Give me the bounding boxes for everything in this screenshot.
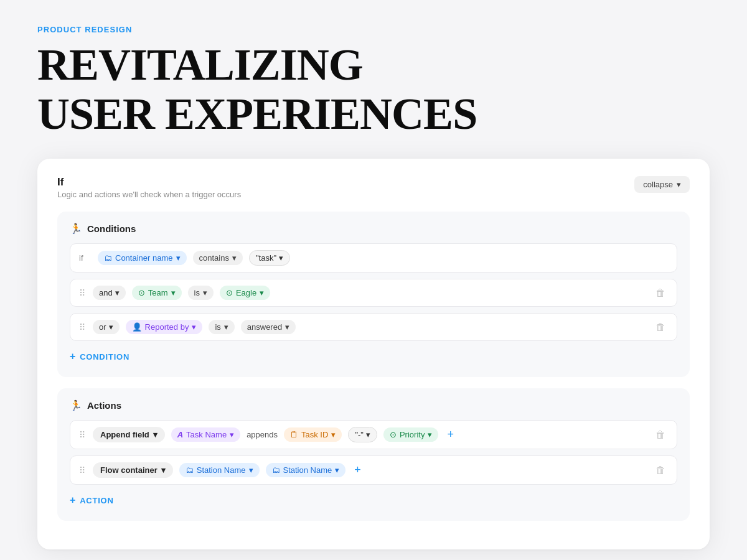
- delete-condition-2[interactable]: 🗑: [653, 286, 668, 300]
- or-dropdown[interactable]: or ▾: [93, 320, 120, 334]
- container-name-chevron: ▾: [176, 253, 181, 263]
- drag-handle-action-2[interactable]: ⠿: [79, 465, 85, 475]
- is-chip-3[interactable]: is ▾: [209, 320, 234, 334]
- answered-chevron: ▾: [285, 322, 289, 332]
- reported-by-chip[interactable]: 👤 Reported by ▾: [126, 320, 203, 334]
- flow-container-chevron: ▾: [161, 465, 166, 475]
- actions-section: 🏃 Actions ⠿ Append field ▾ A Task Name ▾…: [57, 388, 690, 521]
- station-name-2-label: Station Name: [283, 465, 332, 475]
- delete-action-1[interactable]: 🗑: [653, 428, 668, 442]
- team-chevron: ▾: [171, 288, 176, 297]
- delete-condition-3[interactable]: 🗑: [653, 320, 668, 334]
- team-label: Team: [148, 288, 168, 297]
- task-name-chip[interactable]: A Task Name ▾: [171, 427, 240, 442]
- answered-chip[interactable]: answered ▾: [241, 320, 296, 334]
- or-label: or: [99, 322, 106, 332]
- condition-row-2: ⠿ and ▾ ⊙ Team ▾ is ▾ ⊙ Eagle ▾: [70, 279, 677, 307]
- priority-icon: ⊙: [390, 430, 397, 439]
- hero-title: REVITALIZING USER EXPERIENCES: [37, 40, 710, 139]
- station-name-2-chevron: ▾: [335, 465, 339, 475]
- drag-handle-action-1[interactable]: ⠿: [79, 430, 85, 440]
- add-field-plus-icon: +: [447, 428, 454, 441]
- add-field-button[interactable]: +: [447, 428, 454, 441]
- card-subtitle: Logic and actions we'll check when a tri…: [57, 190, 241, 199]
- eagle-label: Eagle: [236, 288, 256, 297]
- dash-chip[interactable]: "-" ▾: [348, 427, 377, 442]
- conditions-title: 🏃 Conditions: [70, 223, 677, 235]
- condition-row-3: ⠿ or ▾ 👤 Reported by ▾ is ▾ answered ▾: [70, 313, 677, 341]
- condition-row-1: if 🗂 Container name ▾ contains ▾ "task" …: [70, 243, 677, 273]
- contains-chevron: ▾: [232, 253, 237, 263]
- actions-icon: 🏃: [70, 399, 82, 411]
- task-id-chip[interactable]: 🗒 Task ID ▾: [284, 427, 342, 442]
- team-chip[interactable]: ⊙ Team ▾: [132, 286, 182, 300]
- task-value-chip[interactable]: "task" ▾: [249, 250, 290, 266]
- station-name-1-chip[interactable]: 🗂 Station Name ▾: [179, 463, 260, 477]
- and-dropdown[interactable]: and ▾: [93, 286, 126, 300]
- collapse-chevron-icon: ▾: [677, 180, 681, 189]
- add-action-row: + ACTION: [70, 491, 677, 510]
- eagle-icon: ⊙: [226, 288, 233, 297]
- card-header-left: If Logic and actions we'll check when a …: [57, 176, 241, 199]
- flow-container-chip[interactable]: Flow container ▾: [93, 462, 173, 478]
- station-name-2-icon: 🗂: [272, 465, 280, 475]
- collapse-button[interactable]: collapse ▾: [634, 176, 690, 193]
- add-condition-plus-icon: +: [70, 351, 76, 362]
- drag-handle-2[interactable]: ⠿: [79, 288, 85, 298]
- append-field-chevron: ▾: [153, 430, 157, 439]
- add-action-label: ACTION: [80, 496, 114, 505]
- is-chip-2[interactable]: is ▾: [188, 286, 214, 300]
- main-card: If Logic and actions we'll check when a …: [37, 159, 710, 549]
- add-condition-row: + CONDITION: [70, 347, 677, 366]
- and-label: and: [99, 288, 113, 297]
- conditions-icon: 🏃: [70, 223, 82, 235]
- priority-chip[interactable]: ⊙ Priority ▾: [383, 427, 438, 442]
- add-station-plus-icon: +: [354, 464, 361, 477]
- reported-by-icon: 👤: [132, 322, 142, 332]
- and-chevron: ▾: [115, 288, 120, 297]
- product-label: PRODUCT REDESIGN: [37, 25, 710, 34]
- station-name-1-label: Station Name: [197, 465, 246, 475]
- reported-by-chevron: ▾: [192, 322, 196, 332]
- task-name-label: Task Name: [186, 430, 227, 439]
- priority-chevron: ▾: [428, 430, 432, 439]
- container-name-label: Container name: [115, 253, 173, 263]
- reported-by-label: Reported by: [145, 322, 189, 332]
- action-row-1: ⠿ Append field ▾ A Task Name ▾ appends 🗒…: [70, 420, 677, 449]
- appends-text: appends: [247, 430, 278, 439]
- drag-handle-3[interactable]: ⠿: [79, 322, 85, 332]
- priority-label: Priority: [400, 430, 425, 439]
- actions-title: 🏃 Actions: [70, 399, 677, 411]
- contains-chip[interactable]: contains ▾: [193, 251, 243, 265]
- answered-label: answered: [247, 322, 282, 332]
- or-chevron: ▾: [109, 322, 113, 332]
- collapse-label: collapse: [643, 180, 673, 189]
- station-name-2-chip[interactable]: 🗂 Station Name ▾: [266, 463, 346, 477]
- add-action-button[interactable]: + ACTION: [70, 495, 114, 506]
- add-condition-button[interactable]: + CONDITION: [70, 351, 129, 362]
- container-name-chip[interactable]: 🗂 Container name ▾: [98, 251, 187, 265]
- dash-chevron: ▾: [366, 430, 370, 439]
- if-label: If: [57, 176, 241, 189]
- delete-action-2[interactable]: 🗑: [653, 464, 668, 477]
- flow-container-label: Flow container: [100, 465, 157, 475]
- task-name-icon: A: [177, 430, 183, 439]
- append-field-chip[interactable]: Append field ▾: [93, 427, 165, 442]
- if-prefix: if: [79, 253, 92, 263]
- is-chevron-2: ▾: [203, 288, 207, 297]
- add-action-plus-icon: +: [70, 495, 76, 506]
- task-id-icon: 🗒: [290, 430, 298, 439]
- task-id-label: Task ID: [301, 430, 328, 439]
- card-header: If Logic and actions we'll check when a …: [57, 176, 690, 199]
- actions-label: Actions: [87, 400, 121, 411]
- conditions-label: Conditions: [87, 223, 136, 234]
- add-station-button[interactable]: +: [354, 464, 361, 477]
- is-chevron-3: ▾: [224, 322, 228, 332]
- container-name-icon: 🗂: [104, 253, 112, 263]
- eagle-chip[interactable]: ⊙ Eagle ▾: [220, 286, 270, 300]
- eagle-chevron: ▾: [260, 288, 264, 297]
- task-name-chevron: ▾: [230, 430, 234, 439]
- action-row-2: ⠿ Flow container ▾ 🗂 Station Name ▾ 🗂 St…: [70, 455, 677, 485]
- team-icon: ⊙: [138, 288, 145, 297]
- conditions-section: 🏃 Conditions if 🗂 Container name ▾ conta…: [57, 212, 690, 377]
